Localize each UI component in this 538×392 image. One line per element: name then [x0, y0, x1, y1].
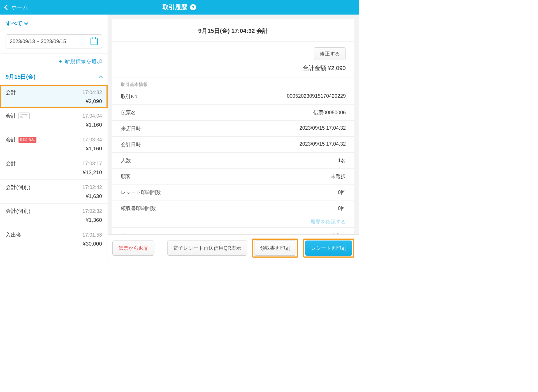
transaction-time: 17:04:32 [82, 90, 102, 95]
status-badge: 訂正 [18, 113, 30, 119]
transaction-type: 会計 [6, 89, 16, 96]
transaction-item[interactable]: 会計(個別)17:02:32¥1,360 [0, 204, 108, 227]
section-basic-label: 取引基本情報 [112, 78, 354, 89]
filter-all-dropdown[interactable]: すべて [6, 20, 27, 27]
status-badge: 削除済み [18, 137, 36, 143]
row-pay: 会計日時2023/09/15 17:04:32 [112, 137, 354, 153]
transaction-item[interactable]: 会計(個別)17:02:42¥1,630 [0, 180, 108, 204]
return-from-voucher-button[interactable]: 伝票から返品 [112, 241, 154, 256]
row-invoice-count: 領収書印刷回数0回 [112, 200, 354, 216]
date-group-label: 9月15日(金) [6, 73, 36, 81]
back-button[interactable]: ホーム [0, 4, 33, 11]
transaction-amount: ¥1,360 [6, 217, 102, 223]
chevron-up-icon [99, 75, 103, 79]
date-range-input[interactable]: 2023/09/13 ~ 2023/09/15 [6, 34, 102, 48]
edit-button[interactable]: 修正する [314, 47, 346, 60]
page-title-text: 取引履歴 [163, 3, 187, 11]
row-voucher: 伝票名伝票00050006 [112, 105, 354, 121]
transaction-item[interactable]: 会計17:03:17¥13,210 [0, 156, 108, 180]
highlight-reprint-receipt: レシート再印刷 [303, 239, 354, 258]
page-title: 取引履歴 ? [163, 3, 196, 11]
transaction-time: 17:04:04 [82, 113, 102, 119]
transaction-amount: ¥1,160 [6, 146, 102, 152]
transaction-time: 17:03:17 [82, 161, 102, 167]
detail-title: 9月15日(金) 17:04:32 会計 [112, 19, 354, 42]
chevron-left-icon [4, 4, 10, 10]
detail-panel: 9月15日(金) 17:04:32 会計 修正する 合計金額 ¥2,090 取引… [108, 15, 359, 262]
transaction-amount: ¥13,210 [6, 169, 102, 176]
transaction-type: 入出金 [6, 231, 22, 239]
transaction-type: 会計訂正 [6, 112, 30, 120]
transaction-time: 17:03:34 [82, 137, 102, 143]
date-range-value: 2023/09/13 ~ 2023/09/15 [10, 39, 66, 45]
back-label: ホーム [11, 4, 28, 11]
row-tx-no: 取引No.000520230915170420229 [112, 89, 354, 105]
transaction-amount: ¥2,090 [6, 98, 102, 104]
reprint-receipt-button[interactable]: レシート再印刷 [305, 241, 352, 256]
transaction-amount: ¥1,160 [6, 122, 102, 128]
transaction-amount: ¥30,000 [6, 241, 102, 247]
transaction-item[interactable]: 会計削除済み17:03:34¥1,160 [0, 132, 108, 156]
sidebar: すべて 2023/09/13 ~ 2023/09/15 ＋新規伝票を追加 9月1… [0, 15, 108, 262]
help-icon[interactable]: ? [190, 4, 196, 10]
transaction-amount: ¥1,630 [6, 193, 102, 199]
chevron-down-icon [24, 21, 28, 25]
transaction-list: 会計17:04:32¥2,090会計訂正17:04:04¥1,160会計削除済み… [0, 85, 108, 262]
row-visit: 来店日時2023/09/15 17:04:32 [112, 121, 354, 137]
reprint-invoice-button[interactable]: 領収書再印刷 [254, 241, 296, 256]
row-people: 人数1名 [112, 153, 354, 169]
transaction-type: 会計(個別) [6, 184, 31, 191]
transaction-type: 会計削除済み [6, 136, 36, 143]
transaction-item[interactable]: 会計17:04:32¥2,090 [0, 85, 108, 108]
transaction-type: 会計(個別) [6, 207, 31, 215]
qr-resend-button[interactable]: 電子レシート再送信用QR表示 [167, 241, 247, 256]
plus-icon: ＋ [58, 58, 63, 64]
transaction-item[interactable]: 入出金17:01:58¥30,000 [0, 227, 108, 251]
transaction-time: 17:02:42 [82, 185, 102, 190]
transaction-time: 17:01:58 [82, 232, 102, 238]
calendar-icon [91, 38, 98, 45]
total-amount: 合計金額 ¥2,090 [303, 64, 346, 72]
transaction-time: 17:02:32 [82, 208, 102, 214]
filter-all-label: すべて [6, 20, 22, 27]
date-group-header[interactable]: 9月15日(金) [0, 69, 108, 85]
history-link[interactable]: 履歴を確認する [112, 216, 354, 227]
add-voucher-label: 新規伝票を追加 [65, 58, 102, 64]
highlight-reprint-invoice: 領収書再印刷 [252, 239, 298, 258]
row-receipt-count: レシート印刷回数0回 [112, 185, 354, 200]
row-customer: 顧客未選択 [112, 169, 354, 185]
transaction-type: 会計 [6, 160, 16, 167]
add-voucher-button[interactable]: ＋新規伝票を追加 [0, 53, 108, 69]
footer-actions: 伝票から返品 電子レシート再送信用QR表示 領収書再印刷 レシート再印刷 [108, 234, 359, 262]
transaction-item[interactable]: 会計訂正17:04:04¥1,160 [0, 108, 108, 132]
